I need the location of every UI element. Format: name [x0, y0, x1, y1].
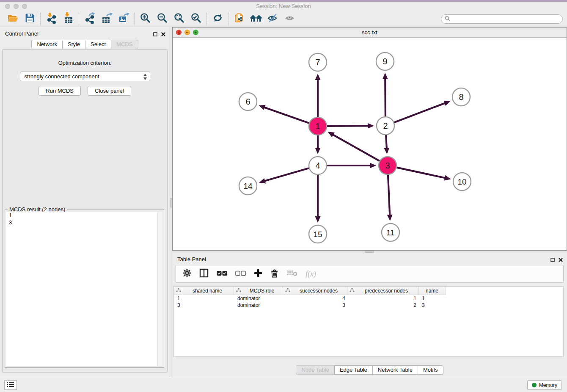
column-header-MCDS-role[interactable]: MCDS role — [234, 287, 283, 295]
mcds-result-text[interactable]: 13 — [6, 212, 162, 366]
deselect-all-button[interactable] — [235, 270, 246, 278]
graph-node-label: 7 — [315, 58, 320, 67]
memory-status-dot — [532, 383, 537, 387]
status-bar: Memory — [0, 377, 567, 392]
edge-3-1[interactable] — [333, 135, 380, 161]
export-table-button[interactable] — [98, 12, 115, 26]
add-row-button[interactable] — [254, 269, 262, 279]
close-window-button[interactable] — [5, 4, 10, 9]
table-row[interactable]: 1dominator411 — [174, 295, 563, 302]
save-session-button[interactable] — [21, 12, 38, 26]
network-canvas[interactable]: 7968124314101511 — [173, 38, 567, 250]
control-panel: Control Panel NetworkStyleSelectMCDS Opt… — [0, 27, 170, 377]
export-image-icon — [118, 12, 129, 25]
first-neighbors-button[interactable] — [248, 12, 264, 26]
network-close-button[interactable]: x — [176, 30, 182, 35]
tab-motifs[interactable]: Motifs — [418, 365, 443, 375]
edge-1-6[interactable] — [264, 107, 309, 123]
run-mcds-button[interactable]: Run MCDS — [39, 86, 81, 96]
search-input[interactable] — [452, 16, 559, 22]
window-title: Session: New Session — [0, 2, 567, 11]
edge-2-9[interactable] — [385, 78, 385, 116]
column-header-shared-name[interactable]: shared name — [174, 287, 234, 295]
column-header-predecessor-nodes[interactable]: predecessor nodes — [347, 287, 418, 295]
table-cell[interactable]: 3 — [418, 302, 446, 309]
graph-node-label: 1 — [315, 121, 320, 131]
table-cell[interactable]: dominator — [234, 295, 283, 302]
graph-node-label: 14 — [243, 182, 253, 190]
export-image-button[interactable] — [115, 12, 132, 26]
zoom-fit-icon — [173, 12, 185, 25]
tab-network-table[interactable]: Network Table — [372, 365, 418, 375]
table-cell[interactable]: 3 — [283, 302, 347, 309]
close-panel-icon[interactable] — [559, 256, 563, 264]
table-header-row: shared nameMCDS rolesuccessor nodesprede… — [174, 287, 563, 295]
table-cell[interactable]: 3 — [174, 302, 234, 309]
edge-arrowhead — [443, 101, 450, 106]
edge-arrowhead — [315, 74, 321, 80]
edge-2-8[interactable] — [394, 103, 446, 122]
search-icon — [445, 15, 450, 23]
duplicate-network-button[interactable] — [231, 12, 248, 26]
result-scrollbar[interactable] — [157, 212, 162, 366]
memory-button[interactable]: Memory — [527, 380, 562, 390]
edge-3-10[interactable] — [397, 168, 446, 178]
task-history-button[interactable] — [4, 380, 17, 390]
hide-selected-button[interactable] — [264, 12, 281, 26]
network-maximize-button[interactable]: + — [193, 30, 198, 35]
export-network-button[interactable] — [81, 12, 98, 26]
zoom-fit-button[interactable] — [171, 12, 187, 26]
close-panel-button[interactable]: Close panel — [88, 86, 131, 96]
zoom-out-button[interactable] — [154, 12, 171, 26]
node-table[interactable]: shared nameMCDS rolesuccessor nodesprede… — [173, 286, 564, 357]
tab-node-table[interactable]: Node Table — [296, 365, 334, 375]
edge-3-11[interactable] — [388, 175, 390, 215]
tab-select[interactable]: Select — [85, 40, 111, 49]
close-panel-icon[interactable] — [161, 30, 165, 38]
show-all-button[interactable] — [281, 12, 298, 26]
column-header-label: name — [418, 288, 446, 294]
control-panel-header: Control Panel — [0, 27, 170, 40]
delete-row-button[interactable] — [270, 269, 278, 279]
edge-arrowhead — [368, 123, 374, 129]
table-cell[interactable]: 1 — [347, 295, 418, 302]
import-table-button[interactable] — [60, 12, 77, 26]
graph-node-label: 6 — [245, 97, 250, 106]
float-panel-icon[interactable] — [153, 30, 157, 38]
edge-1-2[interactable] — [327, 126, 369, 126]
edge-arrowhead — [315, 216, 321, 223]
optimization-criterion-select[interactable]: strongly connected component — [20, 72, 150, 81]
edge-arrowhead — [259, 105, 265, 110]
table-cell[interactable]: 1 — [418, 295, 446, 302]
tab-mcds[interactable]: MCDS — [111, 40, 138, 49]
open-session-button[interactable] — [4, 12, 21, 26]
table-cell[interactable]: dominator — [234, 302, 283, 309]
select-all-button[interactable] — [217, 270, 227, 278]
column-header-successor-nodes[interactable]: successor nodes — [283, 287, 347, 295]
column-header-name[interactable]: name — [418, 287, 446, 295]
table-cell[interactable]: 2 — [347, 302, 418, 309]
toolbar-separator — [228, 13, 228, 25]
zoom-in-button[interactable] — [137, 12, 154, 26]
tab-style[interactable]: Style — [62, 40, 85, 49]
table-cell[interactable]: 1 — [174, 295, 234, 302]
zoom-selected-button[interactable] — [187, 12, 204, 26]
network-minimize-button[interactable]: − — [184, 30, 190, 35]
edge-2-3[interactable] — [386, 135, 387, 149]
table-cell[interactable]: 4 — [283, 295, 347, 302]
delete-table-button[interactable] — [286, 269, 297, 279]
table-settings-button[interactable] — [183, 269, 191, 279]
import-network-button[interactable] — [43, 12, 60, 26]
apply-layout-button[interactable] — [209, 12, 226, 26]
tab-network[interactable]: Network — [31, 40, 62, 49]
column-header-label: predecessor nodes — [355, 288, 418, 294]
minimize-window-button[interactable] — [14, 4, 19, 9]
function-builder-button[interactable]: f(x) — [306, 270, 316, 279]
float-panel-icon[interactable] — [550, 256, 555, 264]
table-row[interactable]: 3dominator323 — [174, 302, 563, 309]
tab-edge-table[interactable]: Edge Table — [334, 365, 372, 375]
mcds-result-group: MCDS result (2 nodes) 13 — [5, 210, 164, 368]
show-column-button[interactable] — [199, 268, 209, 279]
zoom-window-button[interactable] — [22, 4, 27, 9]
edge-4-14[interactable] — [264, 168, 308, 181]
